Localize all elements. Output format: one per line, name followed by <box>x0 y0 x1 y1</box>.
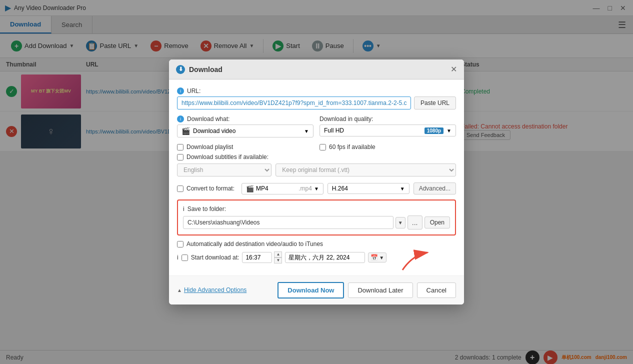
subtitle-options-row: English Keep original format (.vtt) <box>177 164 456 176</box>
time-spinners: ▲ ▼ <box>274 252 282 263</box>
url-form-row: i URL: Paste URL <box>177 88 456 110</box>
codec-arrow: ▼ <box>400 186 405 192</box>
folder-dropdown-arrow: ▼ <box>396 217 406 228</box>
itunes-checkbox[interactable] <box>177 241 184 248</box>
convert-checkbox-row: Convert to format: <box>177 185 234 192</box>
hide-options-link[interactable]: Hide Advanced Options <box>184 286 246 294</box>
modal-footer: ▲ Hide Advanced Options Download Now Dow… <box>169 276 464 304</box>
codec-value: H.264 <box>332 185 398 192</box>
url-label: i URL: <box>177 88 456 94</box>
fps-checkbox-row: 60 fps if available <box>320 144 456 150</box>
film-icon: 🎬 <box>182 127 190 135</box>
format-icon: 🎬 <box>246 185 254 192</box>
cancel-button[interactable]: Cancel <box>417 282 456 298</box>
download-now-button[interactable]: Download Now <box>278 282 344 298</box>
fps-checkbox[interactable] <box>320 144 326 150</box>
modal-title: Download <box>189 66 446 74</box>
time-input-group: ▲ ▼ <box>242 252 282 263</box>
quality-value: Full HD <box>324 127 422 134</box>
format-ext: .mp4 <box>298 185 312 192</box>
modal-body: i URL: Paste URL i Download what: 🎬 <box>169 80 464 275</box>
time-input[interactable] <box>242 252 272 263</box>
time-up-button[interactable]: ▲ <box>274 252 282 258</box>
hide-options-area: ▲ Hide Advanced Options <box>177 286 246 294</box>
date-picker-btn[interactable]: 📅 ▼ <box>368 252 386 262</box>
codec-select[interactable]: H.264 ▼ <box>328 183 410 194</box>
modal-titlebar: ⬇ Download ✕ <box>169 60 464 80</box>
folder-path-input[interactable] <box>183 216 394 229</box>
playlist-checkbox[interactable] <box>177 144 184 150</box>
format-arrow: ▼ <box>314 186 319 192</box>
subtitle-language-select[interactable]: English <box>177 164 272 176</box>
save-folder-label: i Save to folder: <box>183 206 450 212</box>
start-download-checkbox[interactable] <box>182 254 188 261</box>
quality-select[interactable]: Full HD 1080p ▼ <box>320 124 456 136</box>
folder-open-button[interactable]: Open <box>424 216 450 228</box>
download-what-label: i Download what: <box>177 116 314 122</box>
playlist-col: Download playlist <box>177 144 314 154</box>
calendar-dropdown-arrow: ▼ <box>379 255 384 260</box>
modal-title-icon: ⬇ <box>176 65 185 74</box>
subtitle-format-select[interactable]: Keep original format (.vtt) <box>276 164 456 176</box>
folder-input-row: ▼ ... Open <box>183 216 450 230</box>
download-options-row: i Download what: 🎬 Download video ▼ Down… <box>177 116 456 138</box>
itunes-row: Automatically add destination video/audi… <box>177 240 456 248</box>
download-what-info-icon: i <box>177 116 184 122</box>
quality-col: Download in quality: Full HD 1080p ▼ <box>320 116 456 138</box>
url-input[interactable] <box>177 96 411 110</box>
format-value: MP4 <box>256 185 296 192</box>
subtitles-checkbox[interactable] <box>177 154 184 160</box>
quality-label: Download in quality: <box>320 116 456 122</box>
calendar-icon: 📅 <box>370 254 378 261</box>
download-what-col: i Download what: 🎬 Download video ▼ <box>177 116 314 138</box>
start-info-icon: i <box>177 254 178 261</box>
modal-close-button[interactable]: ✕ <box>450 64 457 74</box>
convert-row: Convert to format: 🎬 MP4 .mp4 ▼ H.264 ▼ … <box>177 182 456 194</box>
playlist-checkbox-row: Download playlist <box>177 144 314 150</box>
quality-arrow: ▼ <box>446 128 452 134</box>
date-input[interactable] <box>285 252 365 263</box>
start-download-row: i Start download at: ▲ ▼ 📅 ▼ <box>177 252 456 263</box>
fps-col: 60 fps if available <box>320 144 456 154</box>
quality-badge: 1080p <box>424 128 444 134</box>
advanced-button[interactable]: Advanced... <box>414 182 456 194</box>
paste-url-button-modal[interactable]: Paste URL <box>414 96 456 110</box>
download-what-arrow: ▼ <box>304 128 309 134</box>
format-select[interactable]: 🎬 MP4 .mp4 ▼ <box>242 183 324 194</box>
download-what-value: Download video <box>193 128 301 134</box>
checkboxes-row: Download playlist 60 fps if available <box>177 144 456 154</box>
convert-checkbox[interactable] <box>177 186 184 192</box>
modal-overlay: ⬇ Download ✕ i URL: Paste URL <box>0 0 633 364</box>
download-modal: ⬇ Download ✕ i URL: Paste URL <box>169 60 464 304</box>
url-info-icon: i <box>177 88 184 94</box>
save-folder-section: i Save to folder: ▼ ... Open <box>177 200 456 236</box>
download-later-button[interactable]: Download Later <box>348 282 412 298</box>
url-input-row: Paste URL <box>177 96 456 110</box>
folder-browse-button[interactable]: ... <box>408 216 422 230</box>
subtitles-row: Download subtitles if available: English… <box>177 154 456 176</box>
folder-info-icon: i <box>183 206 184 212</box>
chevron-up-icon: ▲ <box>177 288 182 293</box>
download-what-select[interactable]: 🎬 Download video ▼ <box>177 124 314 138</box>
time-down-button[interactable]: ▼ <box>274 258 282 264</box>
subtitles-checkbox-row: Download subtitles if available: <box>177 154 456 160</box>
